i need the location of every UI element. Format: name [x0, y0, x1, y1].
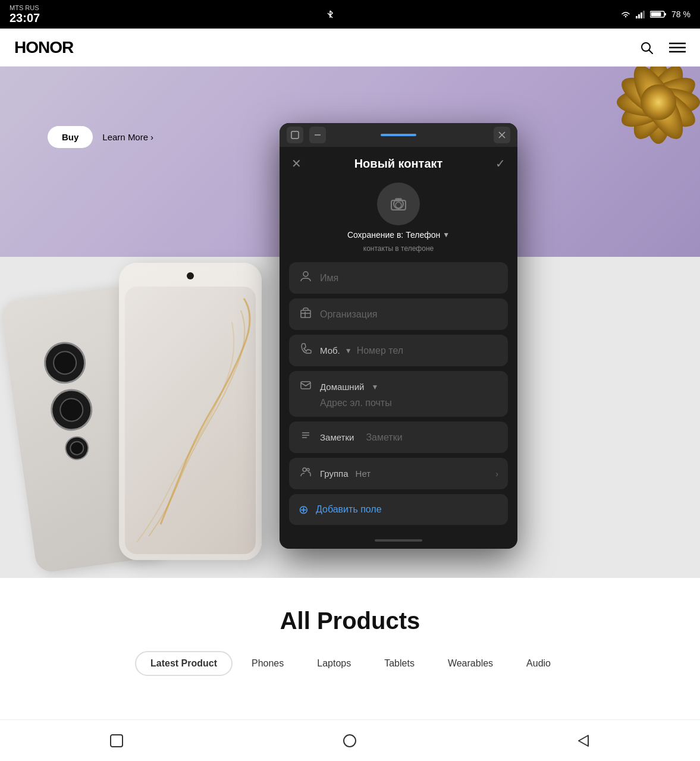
svg-point-38 — [344, 735, 356, 747]
email-input[interactable] — [320, 398, 498, 408]
org-input[interactable] — [320, 309, 498, 320]
nav-icons — [638, 39, 686, 56]
dialog-titlebar — [280, 123, 517, 147]
nav-square-button[interactable] — [102, 726, 131, 756]
email-icon — [299, 379, 313, 394]
hero-section: Buy Learn More › — [0, 67, 700, 578]
name-field — [289, 262, 508, 294]
svg-point-18 — [641, 84, 676, 120]
tab-tablets[interactable]: Tablets — [370, 651, 429, 676]
name-input[interactable] — [320, 273, 498, 284]
group-icon — [299, 466, 313, 481]
nav-home-button[interactable] — [335, 726, 365, 756]
svg-rect-6 — [651, 12, 661, 17]
hero-buttons: Buy Learn More › — [48, 126, 153, 148]
phone-screen-decoration — [125, 287, 256, 548]
dialog-avatar-area: Сохранение в: Телефон ▼ контакты в телеф… — [280, 178, 517, 262]
gold-flower-svg — [551, 67, 700, 209]
organization-field — [289, 298, 508, 330]
honor-logo: HONOR — [14, 38, 73, 57]
window-close-button[interactable] — [494, 127, 510, 143]
email-row: Домашний ▼ — [299, 379, 498, 394]
svg-rect-28 — [301, 310, 310, 317]
email-input-area — [299, 398, 498, 408]
svg-point-36 — [307, 468, 309, 471]
notes-input[interactable] — [366, 432, 498, 443]
phone-row: Моб. ▼ — [320, 345, 498, 356]
phone-icon — [299, 343, 313, 358]
nav-bar: HONOR — [0, 29, 700, 67]
save-to-label[interactable]: Сохранение в: Телефон ▼ — [347, 230, 450, 240]
svg-line-8 — [649, 50, 653, 54]
titlebar-indicator — [381, 134, 416, 136]
svg-point-25 — [395, 202, 401, 208]
group-label: Группа — [320, 468, 349, 479]
notes-icon — [299, 430, 313, 445]
wifi-icon — [620, 10, 631, 18]
nav-back-button[interactable] — [569, 726, 598, 756]
phone-front — [119, 263, 262, 560]
svg-rect-19 — [291, 131, 299, 139]
tab-laptops[interactable]: Laptops — [303, 651, 365, 676]
phone-type-label: Моб. — [320, 345, 340, 356]
email-type-dropdown[interactable]: ▼ — [371, 383, 378, 391]
window-square-button[interactable] — [287, 127, 303, 143]
gold-decoration — [551, 67, 700, 209]
svg-rect-31 — [301, 382, 310, 389]
svg-rect-1 — [638, 14, 640, 18]
group-value: Нет — [356, 468, 489, 479]
camera-lens-2 — [48, 386, 95, 433]
products-section: All Products Latest Product Phones Lapto… — [0, 578, 700, 688]
save-to-arrow: ▼ — [442, 231, 450, 239]
time-label: 23:07 — [10, 11, 40, 25]
tab-latest-product[interactable]: Latest Product — [135, 651, 233, 676]
battery-icon — [650, 10, 667, 18]
products-tabs: Latest Product Phones Laptops Tablets We… — [0, 651, 700, 676]
bottom-handle — [375, 539, 422, 542]
email-field: Домашний ▼ — [289, 371, 508, 417]
status-carrier-time: MTS RUS 23:07 — [10, 4, 40, 25]
phone-field: Моб. ▼ — [289, 335, 508, 366]
svg-point-27 — [303, 272, 308, 276]
menu-icon[interactable] — [669, 39, 686, 56]
dialog-bottom-handle — [280, 534, 517, 549]
learn-more-button[interactable]: Learn More › — [102, 132, 153, 142]
phone-input[interactable] — [357, 345, 498, 356]
search-icon[interactable] — [638, 39, 655, 56]
titlebar-left — [287, 127, 326, 143]
dialog-close-button[interactable]: ✕ — [291, 156, 302, 171]
tab-phones[interactable]: Phones — [237, 651, 298, 676]
group-field[interactable]: Группа Нет › — [289, 458, 508, 489]
dialog-confirm-button[interactable]: ✓ — [495, 156, 506, 171]
phone-type-dropdown[interactable]: ▼ — [345, 347, 352, 355]
avatar-circle[interactable] — [377, 183, 420, 225]
svg-point-35 — [303, 468, 306, 471]
camera-lens-3 — [64, 435, 90, 461]
bottom-nav — [0, 719, 700, 761]
status-bar: MTS RUS 23:07 78 % — [0, 0, 700, 29]
org-icon — [299, 307, 313, 322]
status-right: 78 % — [620, 10, 690, 19]
tab-wearables[interactable]: Wearables — [434, 651, 507, 676]
person-icon — [299, 271, 313, 285]
email-type-label: Домашний — [320, 382, 364, 392]
notes-field: Заметки — [289, 422, 508, 453]
svg-rect-5 — [664, 13, 666, 15]
group-arrow: › — [495, 469, 498, 479]
add-field-label: Добавить поле — [316, 504, 382, 515]
dialog-header: ✕ Новый контакт ✓ — [280, 147, 517, 178]
tab-audio[interactable]: Audio — [512, 651, 565, 676]
status-center-icons — [325, 10, 335, 19]
svg-rect-2 — [641, 12, 642, 18]
battery-label: 78 % — [671, 10, 690, 19]
window-minimize-button[interactable] — [309, 127, 326, 143]
add-field-button[interactable]: ⊕ Добавить поле — [289, 494, 508, 525]
dialog-form: Моб. ▼ Домашний ▼ — [280, 262, 517, 534]
svg-rect-3 — [643, 11, 645, 18]
svg-marker-39 — [579, 735, 588, 746]
signal-icon — [636, 10, 645, 18]
notes-label: Заметки — [320, 432, 354, 442]
carrier-label: MTS RUS — [10, 4, 40, 11]
svg-rect-0 — [636, 16, 638, 18]
buy-button[interactable]: Buy — [48, 126, 93, 148]
